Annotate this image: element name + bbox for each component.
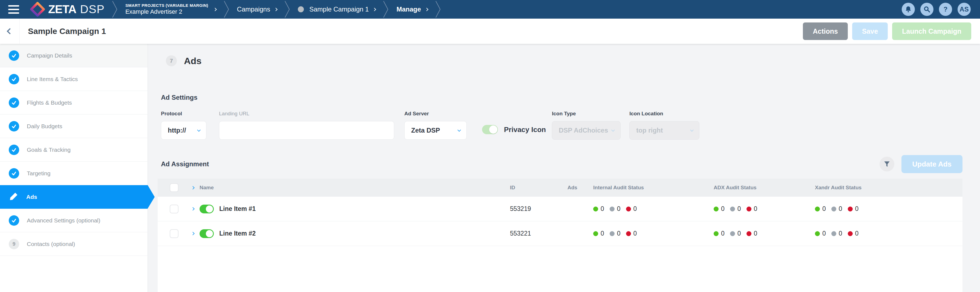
landing-url-label: Landing URL [219,111,394,117]
select-all-checkbox[interactable] [170,183,178,192]
step-badge: 7 [166,55,177,66]
zeta-dsp-logo[interactable]: ZETA DSP [30,2,105,17]
privacy-icon-field: Privacy Icon [482,120,546,139]
hamburger-menu-icon[interactable] [8,5,19,14]
breadcrumb-separator-icon [112,0,118,19]
ad-server-select[interactable]: Zeta DSP [404,121,467,140]
sidebar-item-campaign-details[interactable]: Campaign Details [0,44,148,67]
column-header-xandr-audit: Xandr Audit Status [815,185,861,191]
icon-type-select: DSP AdChoices [552,121,620,140]
line-item-name[interactable]: Line Item #1 [219,205,256,212]
expand-row-icon[interactable] [191,232,195,235]
chevron-left-icon [6,28,13,35]
sidebar-item-ads[interactable]: Ads [0,185,148,209]
sidebar-item-daily-budgets[interactable]: Daily Budgets [0,115,148,138]
notifications-button[interactable] [902,3,915,16]
red-dot-icon [626,231,631,236]
line-item-enabled-toggle[interactable] [200,229,214,238]
internal-audit-status: 0 0 0 [586,230,706,237]
rejected-status: 0 [848,230,859,237]
pending-count: 0 [617,205,620,212]
check-icon [9,145,19,155]
search-button[interactable] [920,3,934,16]
campaign-title: Sample Campaign 1 [28,27,106,36]
pencil-icon [9,191,19,203]
back-button[interactable] [0,19,20,44]
table-row-line-item-2: Line Item #2 553221 0 0 0 0 0 0 0 0 0 [158,221,963,246]
ad-settings-form: Protocol http:// Landing URL Ad Server Z… [161,111,980,140]
sidebar-item-label: Contacts (optional) [27,241,75,247]
ad-settings-heading: Ad Settings [161,94,980,101]
column-header-name: Name [200,185,214,191]
approved-status: 0 [714,205,725,212]
expand-row-icon[interactable] [191,207,195,211]
sidebar-item-label: Ads [26,194,37,200]
pending-status: 0 [730,230,741,237]
sidebar-item-advanced-settings[interactable]: Advanced Settings (optional) [0,209,148,232]
gray-dot-icon [831,231,836,236]
row-checkbox[interactable] [170,204,178,213]
ad-server-label: Ad Server [404,111,467,117]
breadcrumb-campaigns-label: Campaigns [237,5,270,13]
green-dot-icon [815,207,820,211]
breadcrumb-manage-label: Manage [396,5,421,13]
landing-url-input[interactable] [219,121,394,140]
approved-status: 0 [593,205,604,212]
pending-count: 0 [839,205,842,212]
rejected-count: 0 [633,230,637,237]
sidebar-item-flights-budgets[interactable]: Flights & Budgets [0,91,148,115]
breadcrumb-advertiser[interactable]: SMART PROJECTS (VARIABLE MARGIN) Example… [126,3,216,16]
approved-count: 0 [601,205,604,212]
launch-campaign-button[interactable]: Launch Campaign [892,22,971,40]
bell-icon [905,6,912,13]
save-button[interactable]: Save [852,22,888,40]
brand-dsp-text: DSP [80,3,105,16]
icon-location-label: Icon Location [629,111,699,117]
topbar-actions: ? AS [902,3,971,16]
green-dot-icon [714,231,719,236]
update-ads-button[interactable]: Update Ads [901,155,963,173]
approved-count: 0 [721,205,725,212]
actions-button[interactable]: Actions [803,22,848,40]
chevron-down-icon [611,128,615,132]
column-header-internal-audit: Internal Audit Status [593,185,644,191]
chevron-down-icon [457,128,461,132]
protocol-value: http:// [168,126,186,134]
avatar-initials: AS [959,5,969,13]
line-item-name[interactable]: Line Item #2 [219,230,256,237]
sidebar-item-contacts[interactable]: 9 Contacts (optional) [0,232,148,256]
approved-count: 0 [601,230,604,237]
sidebar-item-label: Line Items & Tactics [27,76,78,83]
column-header-id: ID [510,185,515,191]
approved-status: 0 [593,230,604,237]
breadcrumb-manage[interactable]: Manage [396,5,428,13]
chevron-down-icon [197,128,200,132]
line-item-enabled-toggle[interactable] [200,204,214,213]
sidebar-item-goals-tracking[interactable]: Goals & Tracking [0,138,148,162]
approved-count: 0 [822,205,826,212]
privacy-icon-label: Privacy Icon [504,126,546,134]
campaign-title-bar: Sample Campaign 1 Actions Save Launch Ca… [0,19,980,44]
pending-count: 0 [737,205,741,212]
toggle-knob [489,126,497,134]
user-avatar[interactable]: AS [958,3,971,16]
protocol-field: Protocol http:// [161,111,207,140]
protocol-select[interactable]: http:// [161,121,207,140]
check-icon [9,97,19,108]
sidebar-item-label: Advanced Settings (optional) [27,217,100,224]
filter-button[interactable] [880,157,894,171]
expand-all-icon[interactable] [191,186,195,190]
funnel-icon [883,161,891,168]
sidebar-item-label: Flights & Budgets [27,99,72,106]
row-checkbox[interactable] [170,229,178,238]
help-button[interactable]: ? [939,3,952,16]
pending-count: 0 [839,230,842,237]
privacy-icon-toggle[interactable] [482,125,498,134]
sidebar-item-targeting[interactable]: Targeting [0,162,148,185]
breadcrumb-campaign[interactable]: Sample Campaign 1 [298,5,375,13]
sidebar-item-line-items-tactics[interactable]: Line Items & Tactics [0,67,148,91]
red-dot-icon [746,207,751,211]
check-icon [9,50,19,61]
approved-status: 0 [714,230,725,237]
breadcrumb-campaigns[interactable]: Campaigns [237,5,277,13]
